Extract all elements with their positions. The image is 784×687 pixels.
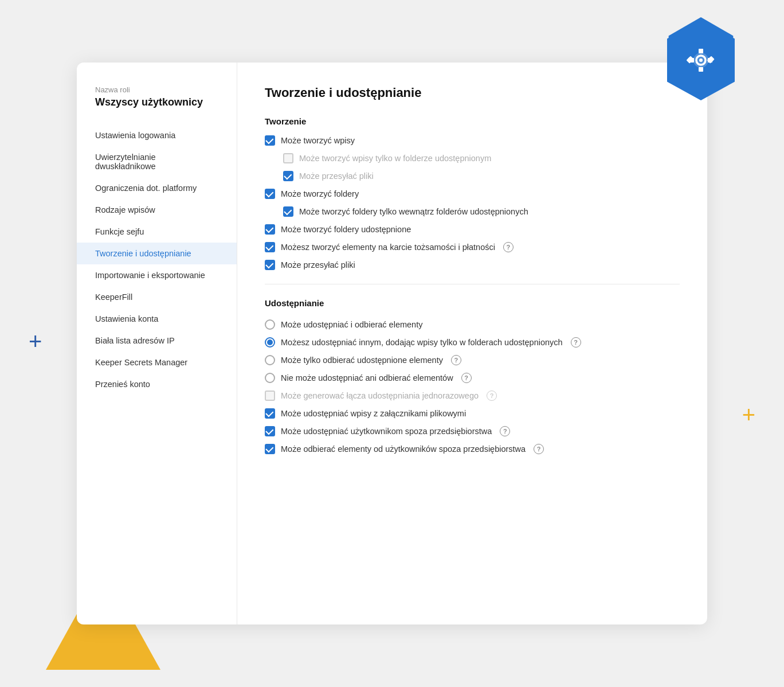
sidebar-item-importowanie[interactable]: Importowanie i eksportowanie [77,264,237,286]
option-create-folders: Może tworzyć foldery [265,189,680,199]
sidebar-item-tworzenie[interactable]: Tworzenie i udostępnianie [77,243,237,264]
checkbox-create-folders[interactable] [265,189,275,199]
checkbox-share-external[interactable] [265,426,275,436]
option-share-external: Może udostępniać użytkownikom spoza prze… [265,426,680,436]
help-icon-share-shared-folders[interactable]: ? [571,337,581,348]
option-create-identity: Możesz tworzyć elementy na karcie tożsam… [265,242,680,252]
svg-point-8 [699,58,703,62]
checkbox-share-attachments[interactable] [265,408,275,419]
role-label: Nazwa roli [77,85,237,96]
radio-no-share[interactable] [265,373,275,383]
label-create-identity: Możesz tworzyć elementy na karcie tożsam… [281,243,495,252]
label-create-entries-shared: Może tworzyć wpisy tylko w folderze udos… [299,154,491,163]
label-create-folders: Może tworzyć foldery [281,189,359,198]
option-receive-only: Może tylko odbierać udostępnione element… [265,355,680,365]
settings-hexagon [664,17,738,106]
option-share-shared-folders: Możesz udostępniać innym, dodając wpisy … [265,337,680,348]
label-create-folders-shared: Może tworzyć foldery tylko wewnątrz fold… [299,207,528,216]
checkbox-create-entries-shared[interactable] [283,153,293,163]
label-one-time-link: Może generować łącza udostępniania jedno… [281,391,479,400]
sharing-section-title: Udostępnianie [265,298,680,308]
label-no-share: Nie może udostępniać ani odbierać elemen… [281,373,453,382]
creation-section-title: Tworzenie [265,116,680,126]
checkbox-upload-files-sub[interactable] [283,171,293,181]
option-create-entries: Może tworzyć wpisy [265,135,680,146]
help-icon-no-share[interactable]: ? [461,373,472,383]
plus-left-icon: + [29,330,42,353]
label-share-external: Może udostępniać użytkownikom spoza prze… [281,427,492,436]
sidebar-item-przenies[interactable]: Przenieś konto [77,373,237,395]
radio-share-receive[interactable] [265,319,275,330]
label-upload-files: Może przesyłać pliki [281,260,355,270]
help-icon-one-time-link[interactable]: ? [487,391,497,401]
checkbox-create-entries[interactable] [265,135,275,146]
sidebar-item-wpisy[interactable]: Rodzaje wpisów [77,199,237,221]
help-icon-receive-only[interactable]: ? [451,355,461,365]
page-title: Tworzenie i udostępnianie [265,85,680,100]
sidebar-nav: Ustawienia logowania Uwierzytelnianie dw… [77,124,237,395]
help-icon-share-external[interactable]: ? [500,426,510,436]
checkbox-one-time-link[interactable] [265,391,275,401]
sidebar-item-sejf[interactable]: Funkcje sejfu [77,221,237,243]
option-receive-external: Może odbierać elementy od użytkowników s… [265,444,680,454]
option-share-receive: Może udostępniać i odbierać elementy [265,319,680,330]
sidebar-item-logowanie[interactable]: Ustawienia logowania [77,124,237,146]
sidebar-item-dwuskladnikowe[interactable]: Uwierzytelnianie dwuskładnikowe [77,146,237,177]
sidebar: Nazwa roli Wszyscy użytkownicy Ustawieni… [77,63,237,624]
option-no-share: Nie może udostępniać ani odbierać elemen… [265,373,680,383]
main-card: Nazwa roli Wszyscy użytkownicy Ustawieni… [77,63,707,624]
option-share-attachments: Może udostępniać wpisy z załącznikami pl… [265,408,680,419]
label-receive-only: Może tylko odbierać udostępnione element… [281,356,443,365]
label-upload-files-sub: Może przesyłać pliki [299,171,374,181]
label-create-entries: Może tworzyć wpisy [281,136,355,145]
plus-right-icon: + [742,403,755,426]
option-upload-files-sub: Może przesyłać pliki [265,171,680,181]
option-create-folders-shared: Może tworzyć foldery tylko wewnątrz fold… [265,206,680,217]
checkbox-create-folders-shared[interactable] [283,206,293,217]
svg-rect-10 [699,67,703,72]
svg-rect-9 [699,49,703,53]
sidebar-item-platforma[interactable]: Ograniczenia dot. platformy [77,177,237,199]
checkbox-create-identity[interactable] [265,242,275,252]
main-content: Tworzenie i udostępnianie Tworzenie Może… [237,63,707,624]
checkbox-create-shared-folders[interactable] [265,224,275,235]
sidebar-item-konto[interactable]: Ustawienia konta [77,308,237,330]
radio-share-shared-folders[interactable] [265,337,275,348]
label-create-shared-folders: Może tworzyć foldery udostępnione [281,225,411,234]
label-share-receive: Może udostępniać i odbierać elementy [281,320,422,329]
sidebar-item-keeperfill[interactable]: KeeperFill [77,286,237,308]
option-create-shared-folders: Może tworzyć foldery udostępnione [265,224,680,235]
help-icon-create-identity[interactable]: ? [503,242,513,252]
sidebar-item-secrets[interactable]: Keeper Secrets Manager [77,352,237,373]
sidebar-item-bialista[interactable]: Biała lista adresów IP [77,330,237,352]
label-share-shared-folders: Możesz udostępniać innym, dodając wpisy … [281,338,563,347]
checkbox-receive-external[interactable] [265,444,275,454]
option-one-time-link: Może generować łącza udostępniania jedno… [265,391,680,401]
role-name: Wszyscy użytkownicy [77,96,237,124]
checkbox-upload-files[interactable] [265,260,275,270]
section-divider [265,284,680,284]
option-create-entries-shared: Może tworzyć wpisy tylko w folderze udos… [265,153,680,163]
radio-receive-only[interactable] [265,355,275,365]
label-share-attachments: Może udostępniać wpisy z załącznikami pl… [281,409,466,418]
label-receive-external: Może odbierać elementy od użytkowników s… [281,444,526,454]
option-upload-files: Może przesyłać pliki [265,260,680,270]
help-icon-receive-external[interactable]: ? [534,444,544,454]
